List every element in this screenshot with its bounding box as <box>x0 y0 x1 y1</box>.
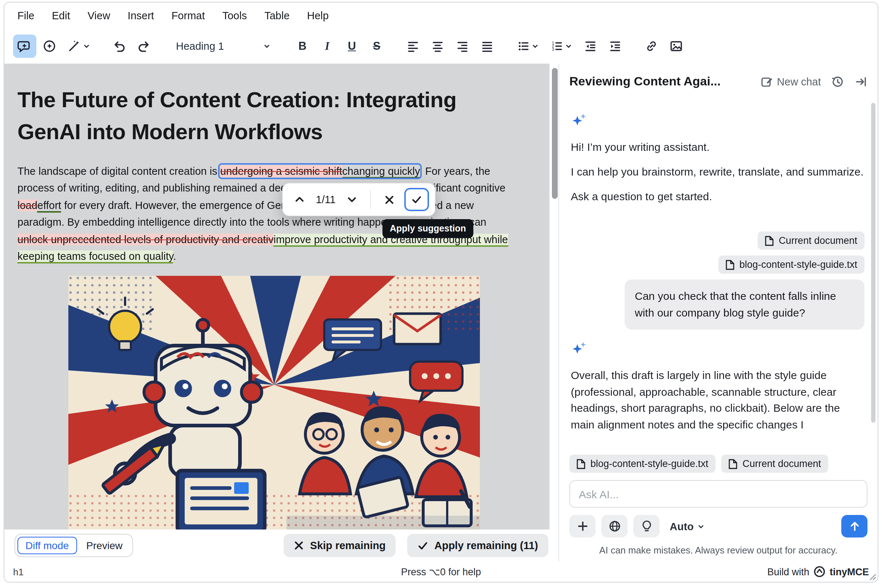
plus-icon <box>577 521 588 532</box>
ai-sparkle-icon <box>571 340 864 360</box>
lightbulb-icon <box>641 520 652 532</box>
tinymce-logo-icon <box>814 566 825 578</box>
assistant-message: Hi! I’m your writing assistant. <box>571 139 864 155</box>
menu-format[interactable]: Format <box>171 10 205 21</box>
hero-illustration <box>68 276 480 561</box>
menu-help[interactable]: Help <box>307 10 329 21</box>
apply-suggestion-button[interactable] <box>404 188 429 211</box>
format-wand-button[interactable] <box>63 34 95 58</box>
tinymce-brand-label: tinyMCE <box>829 566 869 577</box>
chip-label: Current document <box>779 236 857 246</box>
chat-composer: blog-content-style-guide.txt Current doc… <box>559 447 877 561</box>
check-icon <box>411 194 422 206</box>
strikethrough-button[interactable]: S <box>365 34 388 58</box>
image-icon <box>669 39 684 53</box>
chevron-down-icon <box>346 194 358 206</box>
menu-file[interactable]: File <box>18 10 35 21</box>
menu-insert[interactable]: Insert <box>128 10 154 21</box>
link-button[interactable] <box>640 34 663 58</box>
align-justify-button[interactable] <box>476 34 499 58</box>
ai-assistant-button[interactable] <box>13 34 36 58</box>
chat-history-button[interactable] <box>831 75 844 88</box>
reject-suggestion-button[interactable] <box>378 189 400 210</box>
italic-button[interactable]: I <box>316 34 339 58</box>
align-left-button[interactable] <box>401 34 425 58</box>
view-mode-toggle: Diff mode Preview <box>15 534 134 557</box>
undo-icon <box>112 39 126 53</box>
editor-scrollbar[interactable] <box>549 64 559 561</box>
skip-remaining-label: Skip remaining <box>310 540 386 551</box>
chip-label: blog-content-style-guide.txt <box>591 458 708 469</box>
ai-shortcuts-icon <box>42 39 57 53</box>
assistant-message: Ask a question to get started. <box>571 188 864 204</box>
align-justify-icon <box>481 40 494 53</box>
new-chat-button[interactable]: New chat <box>760 76 821 88</box>
diff-mode-toggle[interactable]: Diff mode <box>18 537 77 554</box>
element-path[interactable]: h1 <box>13 566 24 577</box>
diff-deletion: undergoing a seismic shift <box>220 165 342 177</box>
chevron-down-icon <box>565 42 572 50</box>
bold-button[interactable]: B <box>291 34 314 58</box>
diff-toolbar: Diff mode Preview Skip remaining Apply r… <box>5 530 559 561</box>
composer-chip-style-guide[interactable]: blog-content-style-guide.txt <box>569 454 715 473</box>
composer-chip-current-document[interactable]: Current document <box>721 454 828 473</box>
editor-scrollbar-thumb[interactable] <box>551 68 557 199</box>
redo-button[interactable] <box>132 34 156 58</box>
italic-icon: I <box>325 40 329 53</box>
chevron-down-icon <box>532 42 539 50</box>
ask-ai-input[interactable] <box>569 480 867 508</box>
ai-shortcuts-button[interactable] <box>38 34 61 58</box>
underline-icon: U <box>348 40 356 53</box>
image-button[interactable] <box>664 34 688 58</box>
document-title: The Future of Content Creation: Integrat… <box>18 84 512 147</box>
status-bar: h1 Press ⌥0 for help Build with tinyMCE <box>5 561 877 582</box>
collapse-sidebar-button[interactable] <box>854 75 867 88</box>
undo-button[interactable] <box>108 34 131 58</box>
suggestion-navigator: 1/11 <box>282 183 436 216</box>
selected-suggestion[interactable]: undergoing a seismic shiftchanging quick… <box>220 165 419 177</box>
send-button[interactable] <box>841 515 867 537</box>
numbered-list-button[interactable]: 123 <box>545 34 577 58</box>
underline-button[interactable]: U <box>340 34 364 58</box>
indent-button[interactable] <box>604 34 627 58</box>
attachment-chip-style-guide[interactable]: blog-content-style-guide.txt <box>718 256 864 274</box>
indent-icon <box>609 40 622 53</box>
next-suggestion-button[interactable] <box>341 189 363 210</box>
block-format-select[interactable]: Heading 1 <box>169 34 278 58</box>
align-left-icon <box>406 40 419 53</box>
align-center-button[interactable] <box>426 34 449 58</box>
previous-suggestion-button[interactable] <box>288 189 311 210</box>
menu-bar: File Edit View Insert Format Tools Table… <box>5 3 877 29</box>
sidebar-scrollbar-thumb[interactable] <box>871 103 876 423</box>
ai-disclaimer: AI can make mistakes. Always review outp… <box>569 545 867 556</box>
ideas-button[interactable] <box>633 515 660 537</box>
align-right-button[interactable] <box>451 34 474 58</box>
model-mode-value: Auto <box>670 520 694 532</box>
diff-deletion: load <box>18 200 38 211</box>
diff-deletion: unlock unprecedented levels of productiv… <box>18 234 273 245</box>
menu-edit[interactable]: Edit <box>52 10 70 21</box>
x-icon <box>294 540 304 550</box>
x-icon <box>383 194 394 205</box>
menu-tools[interactable]: Tools <box>222 10 247 21</box>
paragraph-text: The landscape of digital content creatio… <box>18 165 220 177</box>
chevron-up-icon <box>294 194 305 206</box>
skip-remaining-button[interactable]: Skip remaining <box>284 534 396 557</box>
bullet-list-button[interactable] <box>512 34 544 58</box>
block-format-value: Heading 1 <box>176 40 224 52</box>
attachment-chip-current-document[interactable]: Current document <box>758 232 864 250</box>
menu-table[interactable]: Table <box>264 10 289 21</box>
branding[interactable]: Build with tinyMCE <box>767 566 869 578</box>
add-attachment-button[interactable] <box>569 515 595 537</box>
user-message: Can you check that the content falls inl… <box>625 280 864 330</box>
menu-view[interactable]: View <box>88 10 110 21</box>
preview-mode-toggle[interactable]: Preview <box>78 537 131 554</box>
bullet-list-icon <box>517 40 530 53</box>
outdent-button[interactable] <box>579 34 602 58</box>
apply-remaining-button[interactable]: Apply remaining (11) <box>407 534 548 557</box>
diff-addition: changing quickly <box>342 165 419 178</box>
web-search-button[interactable] <box>601 515 628 537</box>
editor-canvas[interactable]: The Future of Content Creation: Integrat… <box>5 64 559 561</box>
chat-transcript[interactable]: Hi! I’m your writing assistant. I can he… <box>559 100 877 447</box>
model-mode-select[interactable]: Auto <box>670 520 705 532</box>
